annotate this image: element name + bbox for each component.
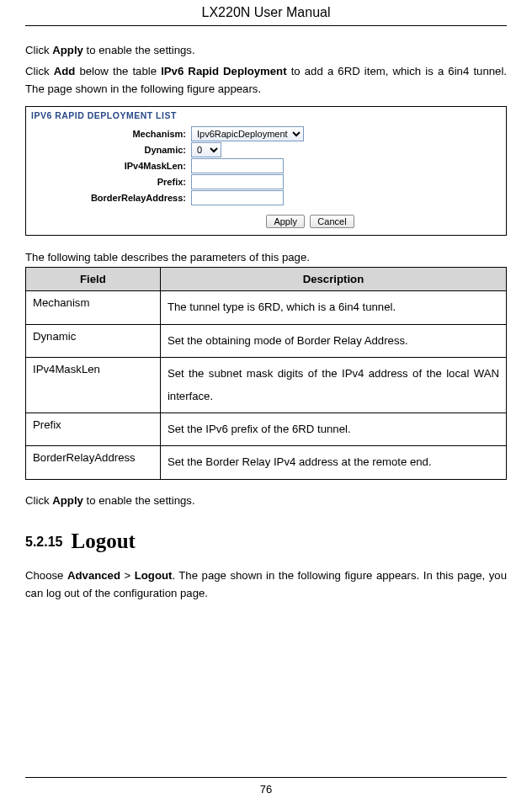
table-caption: The following table describes the parame… — [25, 251, 507, 263]
input-border[interactable] — [191, 190, 284, 205]
table-row: IPv4MaskLen Set the subnet mask digits o… — [26, 358, 507, 413]
text: Choose — [25, 569, 67, 582]
td-desc: Set the obtaining mode of Border Relay A… — [160, 324, 506, 357]
params-table: Field Description Mechanism The tunnel t… — [25, 267, 507, 479]
label-border: BorderRelayAddress: — [26, 193, 191, 203]
paragraph-add: Click Add below the table IPv6 Rapid Dep… — [25, 62, 507, 98]
bold: IPv6 Rapid Deployment — [161, 65, 286, 77]
label-prefix: Prefix: — [26, 177, 191, 187]
td-field: Prefix — [26, 413, 161, 446]
th-field: Field — [26, 268, 161, 291]
td-desc: The tunnel type is 6RD, which is a 6in4 … — [160, 291, 506, 324]
label-dynamic: Dynamic: — [26, 145, 191, 155]
td-desc: Set the subnet mask digits of the IPv4 a… — [160, 358, 506, 413]
apply-button[interactable]: Apply — [266, 215, 305, 228]
input-prefix[interactable] — [191, 174, 284, 189]
form-row-border: BorderRelayAddress: — [26, 190, 506, 205]
form-panel: IPV6 RAPID DEPLOYMENT LIST Mechanism: Ip… — [25, 106, 507, 236]
td-field: BorderRelayAddress — [26, 446, 161, 479]
label-ipv4masklen: IPv4MaskLen: — [26, 161, 191, 171]
text: to enable the settings. — [83, 44, 195, 56]
td-field: Dynamic — [26, 324, 161, 357]
bold: Apply — [52, 494, 83, 507]
table-head-row: Field Description — [26, 268, 507, 291]
form-row-dynamic: Dynamic: 0 — [26, 142, 506, 157]
th-desc: Description — [160, 268, 506, 291]
td-field: IPv4MaskLen — [26, 358, 161, 413]
table-row: Dynamic Set the obtaining mode of Border… — [26, 324, 507, 357]
text: to enable the settings. — [83, 494, 195, 507]
select-dynamic[interactable]: 0 — [191, 142, 221, 157]
td-desc: Set the Border Relay IPv4 address at the… — [160, 446, 506, 479]
paragraph-apply-1: Click Apply to enable the settings. — [25, 41, 507, 59]
label-mechanism: Mechanism: — [26, 129, 191, 139]
section-title: Logout — [71, 530, 135, 552]
page-number: 76 — [25, 777, 507, 796]
table-row: Prefix Set the IPv6 prefix of the 6RD tu… — [26, 413, 507, 446]
section-heading: 5.2.15Logout — [25, 530, 507, 553]
form-row-mechanism: Mechanism: Ipv6RapicDeployment — [26, 126, 506, 141]
text: Click — [25, 65, 54, 77]
text: Click — [25, 494, 52, 507]
panel-title: IPV6 RAPID DEPLOYMENT LIST — [26, 107, 506, 125]
button-row: Apply Cancel — [26, 206, 506, 235]
text: > — [120, 569, 135, 582]
table-row: Mechanism The tunnel type is 6RD, which … — [26, 291, 507, 324]
paragraph-apply-2: Click Apply to enable the settings. — [25, 492, 507, 509]
section-number: 5.2.15 — [25, 535, 62, 549]
text: below the table — [75, 65, 161, 77]
bold: Add — [54, 65, 76, 77]
bold: Advanced — [67, 569, 120, 582]
select-mechanism[interactable]: Ipv6RapicDeployment — [191, 126, 304, 141]
bold: Logout — [135, 569, 173, 582]
td-desc: Set the IPv6 prefix of the 6RD tunnel. — [160, 413, 506, 446]
td-field: Mechanism — [26, 291, 161, 324]
cancel-button[interactable]: Cancel — [310, 215, 354, 228]
form-row-ipv4masklen: IPv4MaskLen: — [26, 158, 506, 173]
text: Click — [25, 44, 52, 56]
input-ipv4masklen[interactable] — [191, 158, 284, 173]
bold: Apply — [52, 44, 83, 56]
paragraph-logout: Choose Advanced > Logout. The page shown… — [25, 567, 507, 602]
form-row-prefix: Prefix: — [26, 174, 506, 189]
table-row: BorderRelayAddress Set the Border Relay … — [26, 446, 507, 479]
doc-title: LX220N User Manual — [25, 5, 507, 26]
